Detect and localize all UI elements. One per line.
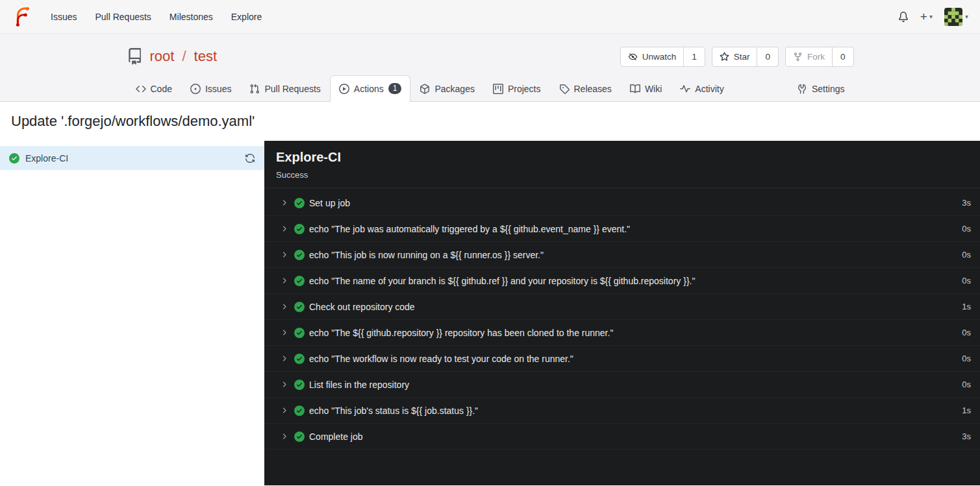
create-new-button[interactable]: + ▾	[920, 10, 933, 23]
tab-releases[interactable]: Releases	[550, 76, 621, 101]
chevron-right-icon	[280, 225, 288, 233]
steps-list: Set up job 3s echo "The job was automati…	[264, 188, 980, 450]
navbar-link[interactable]: Pull Requests	[86, 6, 160, 27]
watch-button-group: Unwatch 1	[620, 47, 705, 67]
run-title: Update '.forgejo/workflows/demo.yaml'	[11, 113, 255, 130]
tab-activity[interactable]: Activity	[671, 76, 733, 101]
step-name: Complete job	[309, 431, 363, 442]
step-row[interactable]: Set up job 3s	[264, 190, 980, 216]
package-icon	[420, 84, 430, 94]
caret-down-icon: ▾	[929, 13, 933, 20]
eye-off-icon	[628, 52, 638, 62]
job-log-header: Explore-CI Success	[264, 141, 980, 188]
job-status: Success	[276, 170, 968, 180]
step-row[interactable]: List files in the repository 0s	[264, 372, 980, 398]
fork-icon	[793, 52, 803, 62]
step-duration: 0s	[962, 380, 971, 389]
step-duration: 0s	[962, 328, 971, 337]
navbar-right: + ▾ ▾	[898, 8, 968, 26]
actions-count-badge: 1	[388, 83, 402, 94]
repo-title: root / test	[127, 48, 218, 65]
tab-packages[interactable]: Packages	[410, 76, 483, 101]
tab-label: Activity	[695, 84, 723, 94]
step-name: echo "This job's status is ${{ job.statu…	[309, 406, 478, 416]
tag-icon	[559, 84, 570, 94]
tab-issues[interactable]: Issues	[181, 76, 240, 101]
step-duration: 0s	[962, 250, 971, 260]
watchers-count[interactable]: 1	[683, 47, 705, 66]
step-row[interactable]: echo "The job was automatically triggere…	[264, 216, 980, 242]
job-item-explore-ci[interactable]: Explore-CI	[0, 146, 264, 170]
repo-icon	[127, 48, 144, 65]
caret-down-icon: ▾	[965, 13, 968, 20]
step-name: echo "This job is now running on a ${{ r…	[309, 250, 544, 260]
refresh-icon[interactable]	[245, 153, 255, 164]
step-name: echo "The workflow is now ready to test …	[309, 354, 573, 364]
step-row[interactable]: echo "The workflow is now ready to test …	[264, 346, 980, 372]
tab-actions[interactable]: Actions 1	[330, 75, 411, 102]
top-navbar: Issues Pull Requests Milestones Explore …	[0, 0, 980, 34]
chevron-right-icon	[280, 250, 288, 259]
check-circle-icon	[294, 302, 305, 312]
forks-count[interactable]: 0	[832, 47, 853, 66]
star-button[interactable]: Star	[712, 47, 757, 66]
tab-label: Packages	[434, 84, 474, 94]
star-label: Star	[734, 52, 750, 62]
repo-owner-link[interactable]: root	[150, 48, 175, 65]
repo-name-link[interactable]: test	[194, 48, 217, 65]
book-icon	[630, 84, 640, 94]
star-icon	[720, 52, 729, 62]
pull-request-icon	[249, 84, 260, 94]
navbar-link[interactable]: Explore	[222, 6, 271, 27]
tab-code[interactable]: Code	[127, 76, 181, 101]
step-row[interactable]: Check out repository code 1s	[264, 294, 980, 320]
user-avatar	[944, 8, 962, 26]
step-row[interactable]: echo "The name of your branch is ${{ git…	[264, 268, 980, 294]
tab-settings[interactable]: Settings	[788, 76, 854, 101]
fork-button[interactable]: Fork	[786, 47, 832, 66]
check-circle-icon	[294, 250, 305, 260]
check-circle-icon	[294, 406, 305, 416]
chevron-right-icon	[280, 406, 288, 415]
step-row[interactable]: echo "This job's status is ${{ job.statu…	[264, 398, 980, 424]
project-icon	[493, 84, 503, 94]
tab-label: Releases	[574, 84, 612, 94]
repo-tabs: Code Issues Pull Requests Actions 1 Pack…	[127, 75, 854, 101]
check-circle-icon	[294, 380, 305, 390]
bell-icon	[898, 12, 909, 22]
tab-wiki[interactable]: Wiki	[621, 76, 671, 101]
navbar-link[interactable]: Milestones	[160, 6, 222, 27]
repo-header: root / test Unwatch 1	[0, 34, 980, 102]
navbar-link[interactable]: Issues	[42, 6, 86, 27]
tab-projects[interactable]: Projects	[484, 76, 550, 101]
chevron-right-icon	[280, 354, 288, 363]
step-duration: 3s	[962, 431, 971, 441]
unwatch-label: Unwatch	[642, 52, 677, 62]
step-row[interactable]: Complete job 3s	[264, 424, 980, 450]
tools-icon	[797, 84, 807, 94]
user-menu-button[interactable]: ▾	[944, 8, 968, 26]
tab-pull-requests[interactable]: Pull Requests	[240, 76, 329, 101]
step-name: echo "The ${{ github.repository }} repos…	[309, 328, 613, 338]
tab-label: Projects	[508, 84, 541, 94]
pulse-icon	[680, 84, 690, 94]
step-duration: 0s	[962, 354, 971, 363]
navbar-links: Issues Pull Requests Milestones Explore	[42, 6, 271, 27]
stars-count[interactable]: 0	[757, 47, 778, 66]
step-duration: 0s	[962, 276, 971, 286]
step-name: Set up job	[309, 198, 350, 208]
forgejo-logo-icon[interactable]	[12, 7, 31, 27]
step-row[interactable]: echo "This job is now running on a ${{ r…	[264, 242, 980, 268]
check-circle-icon	[9, 153, 19, 164]
issue-icon	[190, 84, 201, 94]
run-layout: Explore-CI Explore-CI Success Set up	[0, 141, 980, 485]
step-name: echo "The name of your branch is ${{ git…	[309, 276, 695, 286]
check-circle-icon	[294, 328, 305, 338]
run-title-bar: Update '.forgejo/workflows/demo.yaml'	[0, 102, 980, 141]
check-circle-icon	[294, 276, 305, 286]
step-row[interactable]: echo "The ${{ github.repository }} repos…	[264, 320, 980, 346]
job-title: Explore-CI	[276, 150, 968, 165]
tab-label: Wiki	[645, 84, 662, 94]
unwatch-button[interactable]: Unwatch	[621, 47, 684, 66]
notifications-button[interactable]	[898, 12, 909, 22]
